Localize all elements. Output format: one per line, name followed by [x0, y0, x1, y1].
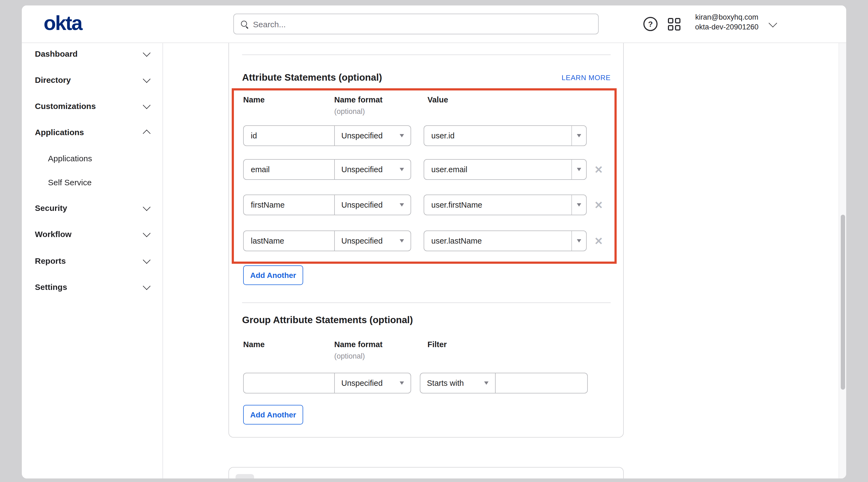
sidebar-item-label: Self Service: [48, 176, 92, 189]
sidebar-item-label: Reports: [35, 255, 66, 267]
chevron-down-icon: [143, 256, 151, 264]
group-name-input[interactable]: [244, 373, 334, 393]
sidebar-item-label: Applications: [48, 153, 92, 165]
select-value: Unspecified: [341, 236, 383, 245]
caret-down-icon: [577, 168, 581, 171]
account-chevron-down-icon[interactable]: [769, 19, 777, 27]
sidebar-item-label: Settings: [35, 281, 67, 293]
sidebar-item-label: Security: [35, 202, 67, 214]
caret-down-icon: [577, 203, 581, 206]
sidebar-item-dashboard[interactable]: Dashboard: [22, 48, 162, 60]
caret-down-icon: [484, 382, 489, 385]
top-bar: okta ? kiran@boxyhq.com okta-dev-2090126…: [22, 5, 846, 43]
chevron-down-icon: [143, 229, 151, 237]
caret-down-icon: [400, 134, 404, 137]
attribute-row-value: [424, 195, 587, 215]
chevron-down-icon: [143, 282, 151, 290]
add-another-attribute-button[interactable]: Add Another: [243, 265, 303, 285]
section-divider: [242, 302, 611, 303]
grid-square: [675, 18, 680, 24]
chevron-down-icon: [143, 101, 151, 109]
sidebar-item-settings[interactable]: Settings: [22, 281, 162, 293]
remove-row-button[interactable]: ✕: [591, 159, 606, 180]
scrollbar-track[interactable]: [839, 42, 846, 478]
column-header-name: Name: [243, 94, 265, 105]
select-value: Unspecified: [341, 200, 383, 209]
attr-name-format-select[interactable]: Unspecified: [335, 231, 410, 251]
sidebar-item-security[interactable]: Security: [22, 202, 162, 214]
attr-value-dropdown-toggle[interactable]: [571, 126, 586, 146]
app-switcher-icon[interactable]: [668, 18, 680, 31]
scrollbar-thumb[interactable]: [840, 215, 845, 390]
attr-value-input[interactable]: [424, 160, 571, 179]
attr-value-dropdown-toggle[interactable]: [571, 231, 586, 251]
grid-square: [668, 25, 673, 31]
placeholder-block: [236, 474, 254, 478]
attr-value-dropdown-toggle[interactable]: [571, 160, 586, 179]
attr-value-input[interactable]: [424, 126, 571, 146]
grid-square: [668, 18, 673, 24]
select-value: Unspecified: [341, 379, 383, 387]
chevron-down-icon: [143, 203, 151, 211]
add-another-group-attribute-button[interactable]: Add Another: [243, 405, 303, 424]
okta-logo: okta: [43, 12, 82, 34]
search-icon: [241, 21, 248, 27]
group-name-format-select[interactable]: Unspecified: [335, 373, 410, 393]
sidebar-item-label: Applications: [35, 126, 84, 138]
select-value: Unspecified: [341, 165, 383, 174]
sidebar-item-customizations[interactable]: Customizations: [22, 100, 162, 112]
chevron-down-icon: [143, 75, 151, 83]
attr-name-format-select[interactable]: Unspecified: [335, 195, 410, 215]
account-menu[interactable]: kiran@boxyhq.com okta-dev-20901260: [688, 12, 766, 32]
attribute-row-value: [424, 125, 587, 146]
remove-row-button[interactable]: ✕: [591, 195, 606, 215]
column-hint-optional: (optional): [334, 352, 365, 361]
sidebar-item-self-service[interactable]: Self Service: [22, 176, 162, 189]
learn-more-link[interactable]: LEARN MORE: [242, 73, 611, 83]
column-hint-optional: (optional): [334, 107, 365, 117]
section-divider: [242, 55, 611, 55]
column-header-value: Value: [428, 94, 448, 105]
sidebar-item-directory[interactable]: Directory: [22, 74, 162, 86]
attribute-row-value: [424, 230, 587, 251]
account-org: okta-dev-20901260: [688, 22, 766, 32]
chevron-up-icon: [143, 130, 151, 137]
attr-name-input[interactable]: [244, 160, 334, 179]
sidebar-item-label: Directory: [35, 74, 71, 86]
filter-value-input[interactable]: [496, 373, 587, 393]
sidebar-item-label: Customizations: [35, 100, 96, 112]
caret-down-icon: [400, 203, 404, 206]
global-search: [234, 13, 599, 34]
group-attribute-statements-title: Group Attribute Statements (optional): [242, 314, 413, 326]
attr-name-format-select[interactable]: Unspecified: [335, 160, 410, 179]
column-header-name: Name: [243, 339, 265, 350]
sidebar-item-applications-child[interactable]: Applications: [22, 153, 162, 165]
remove-row-button[interactable]: ✕: [591, 230, 606, 251]
caret-down-icon: [577, 239, 581, 243]
sidebar-item-applications[interactable]: Applications: [22, 126, 162, 138]
sidebar-item-label: Workflow: [35, 228, 71, 240]
attribute-row: Unspecified: [243, 195, 411, 215]
group-attribute-row: Unspecified: [243, 373, 411, 393]
attribute-row: Unspecified: [243, 159, 411, 180]
column-header-name-format: Name format: [334, 94, 382, 105]
attr-name-input[interactable]: [244, 126, 334, 146]
attr-value-input[interactable]: [424, 195, 571, 215]
caret-down-icon: [400, 168, 404, 171]
select-value: Unspecified: [341, 131, 383, 140]
column-header-name-format: Name format: [334, 339, 382, 350]
attr-name-format-select[interactable]: Unspecified: [335, 126, 410, 146]
attr-name-input[interactable]: [244, 195, 334, 215]
attr-value-input[interactable]: [424, 231, 571, 251]
attr-value-dropdown-toggle[interactable]: [571, 195, 586, 215]
help-icon[interactable]: ?: [643, 17, 657, 31]
filter-type-select[interactable]: Starts with: [421, 373, 495, 393]
sidebar-item-reports[interactable]: Reports: [22, 255, 162, 267]
account-email: kiran@boxyhq.com: [688, 12, 766, 22]
attr-name-input[interactable]: [244, 231, 334, 251]
sidebar-item-workflow[interactable]: Workflow: [22, 228, 162, 240]
sidebar-divider: [162, 42, 163, 478]
select-value: Starts with: [427, 379, 464, 387]
grid-square: [675, 25, 680, 31]
search-input[interactable]: [248, 19, 598, 29]
